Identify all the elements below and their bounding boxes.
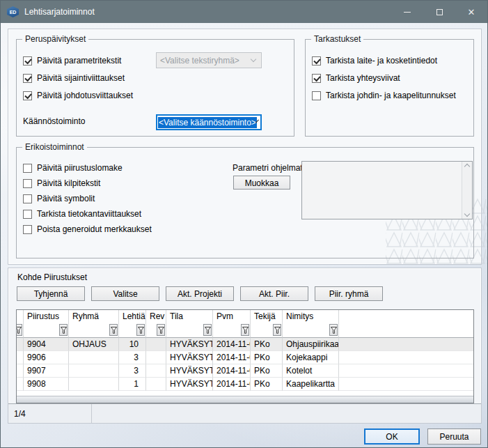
filter-funnel-icon[interactable] [203,324,212,336]
tyhjenna-button[interactable]: Tyhjennä [17,286,85,301]
title-bar[interactable]: ED Lehtisarjatoiminnot ✕ [1,1,487,23]
group-title: Peruspäivitykset [22,34,88,44]
table-cell: PKo [251,378,283,391]
filter-cell [213,323,251,338]
column-header-rev[interactable]: Rev [146,310,166,323]
filter-input[interactable] [147,325,157,335]
checkbox-paivita-kilpitekstit[interactable]: Päivitä kilpitekstit [23,178,152,189]
filter-input[interactable] [70,325,109,335]
parameter-programs-listbox[interactable] [301,161,473,219]
checkbox-box[interactable] [23,225,32,234]
ok-button[interactable]: OK [364,428,420,445]
checkbox-paivita-parametritekstit[interactable]: Päivitä parametritekstit [23,55,133,66]
piir-ryhma-button[interactable]: Piir. ryhmä [315,286,383,301]
table-cell: Kaapelikartta [283,378,339,391]
drawings-grid: PiirustusRyhmäLehtiäRevTilaPvmTekijäNimi… [16,309,474,403]
checkbox-paivita-piirustuslomake[interactable]: Päivitä piirustuslomake [23,162,152,173]
checkbox-box[interactable] [23,210,32,219]
maximize-button[interactable] [423,1,455,23]
group-title: Erikoistoiminnot [22,142,87,152]
checkbox-box[interactable] [23,164,32,173]
filter-cell [251,323,283,338]
table-cell [146,338,166,351]
filter-funnel-icon[interactable] [241,324,249,336]
checkbox-paivita-symbolit[interactable]: Päivitä symbolit [23,193,152,204]
app-icon: ED [7,6,19,17]
column-header-ryhma[interactable]: Ryhmä [69,310,119,323]
checkbox-box[interactable] [23,74,32,83]
checkbox-paivita-sijaintiviittaukset[interactable]: Päivitä sijaintiviittaukset [23,72,133,84]
table-cell: 3 [119,351,146,364]
checkbox-label: Poista generoidut merkkaukset [37,224,152,234]
table-cell [69,351,119,364]
filter-funnel-icon[interactable] [329,324,338,336]
translate-function-label: Käännöstoiminto [23,116,85,126]
filter-funnel-icon[interactable] [136,324,145,336]
column-header-nimitys[interactable]: Nimitys [283,310,339,323]
filter-input[interactable] [24,325,59,335]
checkbox-label: Tarkista yhteysviivat [326,73,400,83]
filter-cell [146,323,166,338]
listbox-content[interactable] [302,162,462,219]
table-cell [339,338,473,351]
table-cell: 9906 [24,351,69,364]
table-cell [339,378,473,391]
checkbox-box[interactable] [312,74,321,83]
table-row[interactable]: 99063HYVÄKSYTTY2014-11-06PKoKojekaappi [17,351,473,364]
checkbox-box[interactable] [23,56,32,65]
translate-function-combobox[interactable]: <Valitse käännöstoiminto> [156,114,262,130]
column-header-tekija[interactable]: Tekijä [251,310,283,323]
akt-projekti-button[interactable]: Akt. Projekti [166,286,234,301]
akt-piir-button[interactable]: Akt. Piir. [240,286,308,301]
close-button[interactable]: ✕ [455,1,487,23]
filter-funnel-icon[interactable] [109,324,118,336]
table-row[interactable]: 99081HYVÄKSYTTY2014-11-06PKoKaapelikartt… [17,378,473,391]
checkbox-paivita-johdotusviittaukset[interactable]: Päivitä johdotusviittaukset [23,90,133,101]
column-header-pvm[interactable]: Pvm [213,310,251,323]
table-row[interactable]: 9904OHJAUS10HYVÄKSYTTY2014-11-06PKoOhjau… [17,338,473,351]
checkbox-tarkista-yhteysviivat[interactable]: Tarkista yhteysviivat [312,72,456,84]
filter-funnel-icon[interactable] [17,324,22,336]
listbox-scrollbar[interactable] [462,162,472,219]
table-cell: 3 [119,364,146,378]
filter-funnel-icon[interactable] [157,324,165,336]
checkbox-box[interactable] [23,194,32,203]
chevron-down-icon [251,56,256,62]
checkbox-label: Päivitä symbolit [37,194,95,203]
table-cell: 9907 [24,364,69,378]
window-title: Lehtisarjatoiminnot [24,7,95,17]
table-cell: 9904 [24,338,69,351]
column-header-lehtia[interactable]: Lehtiä [119,310,146,323]
table-cell: HYVÄKSYTTY [166,338,213,351]
filter-input[interactable] [214,325,241,335]
checkbox-tarkista-tietokantaviittaukset[interactable]: Tarkista tietokantaviittaukset [23,208,152,219]
scroll-down-icon[interactable] [464,211,470,217]
muokkaa-button[interactable]: Muokkaa [233,176,290,190]
checkbox-poista-generoidut-merkkaukset[interactable]: Poista generoidut merkkaukset [23,224,152,235]
filter-funnel-icon[interactable] [59,324,68,336]
horizontal-scrollbar[interactable] [17,396,473,403]
minimize-icon [404,12,411,13]
minimize-button[interactable] [391,1,423,23]
table-cell: PKo [251,364,283,378]
checkbox-box[interactable] [23,179,32,188]
filter-input[interactable] [167,325,203,335]
filter-funnel-icon[interactable] [273,324,281,336]
checkbox-box[interactable] [312,91,321,100]
column-header-tila[interactable]: Tila [166,310,213,323]
column-header-piirustus[interactable]: Piirustus [24,310,69,323]
close-icon: ✕ [468,8,475,17]
combobox-value: <Valitse käännöstoiminto> [158,117,257,128]
filter-input[interactable] [251,325,273,335]
checkbox-tarkista-johdin-ja-kaapelitunnukset[interactable]: Tarkista johdin- ja kaapelitunnukset [312,90,456,101]
checkbox-box[interactable] [23,91,32,100]
table-row[interactable]: 99073HYVÄKSYTTY2014-11-06PKoKotelot [17,364,473,378]
valitse-button[interactable]: Valitse [91,286,159,301]
scroll-up-icon[interactable] [464,164,470,169]
checkbox-tarkista-laite-ja-kosketintiedot[interactable]: Tarkista laite- ja kosketintiedot [312,55,456,66]
filter-input[interactable] [120,325,136,335]
checkbox-box[interactable] [312,56,321,65]
filter-input[interactable] [283,325,329,335]
cancel-button[interactable]: Peruuta [427,428,481,445]
column-header-empty [339,310,473,323]
